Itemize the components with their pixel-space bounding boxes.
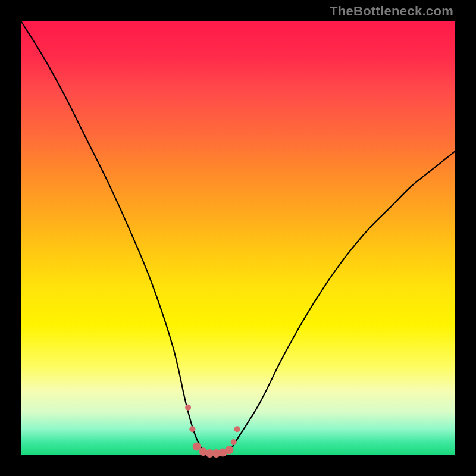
plot-area xyxy=(21,21,455,455)
bottleneck-curve xyxy=(21,21,455,456)
watermark-text: TheBottleneck.com xyxy=(330,4,453,19)
marker-dot xyxy=(225,446,233,454)
chart-frame: TheBottleneck.com xyxy=(0,0,476,476)
marker-dot xyxy=(189,426,195,432)
marker-dot xyxy=(193,442,201,450)
curve-layer xyxy=(21,21,455,455)
curve-markers xyxy=(185,405,240,458)
marker-dot xyxy=(231,439,237,445)
marker-dot xyxy=(234,426,240,432)
marker-dot xyxy=(185,405,191,411)
